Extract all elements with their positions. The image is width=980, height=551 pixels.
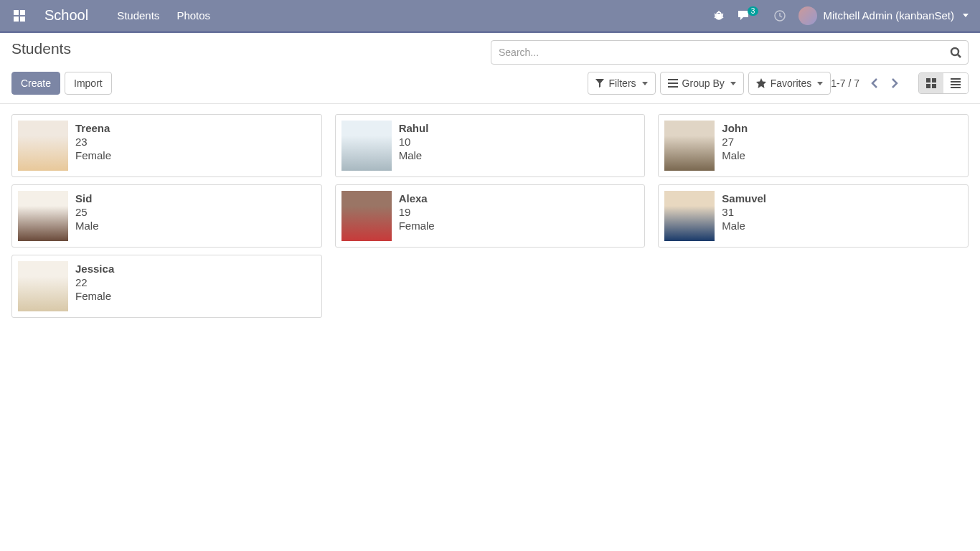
svg-rect-14	[951, 78, 961, 80]
student-gender: Male	[399, 149, 429, 161]
student-gender: Female	[75, 149, 111, 161]
student-name: Samuvel	[722, 192, 766, 204]
card-body: Treena 23 Female	[75, 121, 111, 171]
svg-rect-15	[951, 81, 961, 83]
filter-icon	[595, 79, 604, 88]
nav-right: 3 Mitchell Admin (kanbanSet)	[713, 6, 969, 25]
create-button[interactable]: Create	[11, 72, 60, 95]
student-photo	[18, 261, 68, 311]
kanban-column: John 27 Male Samuvel 31 Male	[658, 114, 969, 248]
student-photo	[341, 191, 392, 241]
groupby-dropdown[interactable]: Group By	[660, 72, 744, 95]
student-card[interactable]: Sid 25 Male	[11, 184, 322, 248]
student-card[interactable]: Samuvel 31 Male	[658, 184, 969, 248]
pager-text: 1-7 / 7	[831, 77, 859, 89]
student-photo	[18, 121, 68, 171]
control-panel: Students Create Import Filters Group By	[0, 33, 980, 104]
nav-link-students[interactable]: Students	[117, 9, 159, 22]
search-input[interactable]	[491, 40, 969, 65]
student-card[interactable]: Jessica 22 Female	[11, 255, 322, 318]
student-gender: Female	[75, 290, 114, 302]
student-gender: Male	[75, 220, 99, 232]
card-body: John 27 Male	[722, 121, 748, 171]
avatar	[798, 6, 817, 25]
student-name: John	[722, 122, 748, 134]
svg-point-6	[951, 48, 958, 55]
student-age: 31	[722, 206, 766, 218]
card-body: Sid 25 Male	[75, 191, 99, 241]
filters-label: Filters	[608, 77, 636, 89]
svg-rect-9	[668, 86, 678, 88]
search-icon[interactable]	[950, 47, 961, 58]
user-menu[interactable]: Mitchell Admin (kanbanSet)	[798, 6, 969, 25]
svg-rect-16	[951, 84, 961, 85]
card-body: Rahul 10 Male	[399, 121, 429, 171]
chevron-down-icon	[817, 82, 823, 85]
student-name: Alexa	[399, 192, 435, 204]
student-name: Rahul	[399, 122, 429, 134]
student-name: Sid	[75, 192, 99, 204]
import-button[interactable]: Import	[65, 72, 112, 95]
svg-rect-1	[20, 10, 25, 15]
apps-icon[interactable]	[11, 8, 27, 24]
svg-rect-12	[926, 84, 930, 88]
card-body: Jessica 22 Female	[75, 261, 114, 311]
search-container	[491, 40, 969, 65]
student-name: Treena	[75, 122, 111, 134]
card-body: Alexa 19 Female	[399, 191, 435, 241]
student-age: 19	[399, 206, 435, 218]
student-age: 10	[399, 136, 429, 148]
view-kanban[interactable]	[919, 73, 943, 93]
pager-prev[interactable]	[868, 75, 881, 91]
student-card[interactable]: Rahul 10 Male	[335, 114, 646, 177]
debug-icon[interactable]	[713, 10, 725, 22]
student-age: 25	[75, 206, 99, 218]
chevron-down-icon	[730, 82, 736, 85]
student-age: 23	[75, 136, 111, 148]
svg-point-4	[716, 14, 722, 19]
student-age: 22	[75, 276, 114, 288]
pager-next[interactable]	[888, 75, 901, 91]
chevron-down-icon	[642, 82, 648, 85]
svg-rect-17	[951, 87, 961, 88]
star-icon	[756, 78, 766, 88]
svg-rect-2	[14, 17, 19, 22]
student-photo	[18, 191, 68, 241]
navbar: School Students Photos 3 Mitchell Admin …	[0, 0, 980, 33]
activity-icon[interactable]	[774, 10, 786, 22]
svg-rect-11	[932, 78, 936, 83]
messages-badge: 3	[748, 6, 759, 16]
nav-link-photos[interactable]: Photos	[176, 9, 210, 22]
card-body: Samuvel 31 Male	[722, 191, 766, 241]
student-photo	[341, 121, 392, 171]
student-name: Jessica	[75, 263, 114, 275]
svg-rect-3	[20, 17, 25, 22]
nav-links: Students Photos	[117, 9, 713, 22]
filter-bar: Filters Group By Favorites	[588, 72, 831, 95]
action-buttons: Create Import	[11, 72, 588, 95]
view-list[interactable]	[943, 73, 968, 93]
chevron-down-icon	[963, 14, 969, 17]
student-card[interactable]: Treena 23 Female	[11, 114, 322, 177]
student-photo	[664, 121, 715, 171]
svg-rect-8	[668, 83, 678, 84]
list-icon	[668, 79, 678, 88]
user-name: Mitchell Admin (kanbanSet)	[823, 9, 954, 22]
student-gender: Male	[722, 149, 748, 161]
kanban-column: Treena 23 Female Sid 25 Male Jessica 22 …	[11, 114, 322, 318]
groupby-label: Group By	[682, 77, 725, 89]
messages-icon[interactable]: 3	[738, 10, 762, 22]
svg-rect-10	[926, 78, 930, 83]
brand-title[interactable]: School	[44, 7, 88, 24]
student-card[interactable]: John 27 Male	[658, 114, 969, 177]
kanban-column: Rahul 10 Male Alexa 19 Female	[335, 114, 646, 248]
svg-rect-13	[932, 84, 936, 88]
svg-rect-0	[14, 10, 19, 15]
student-gender: Female	[399, 220, 435, 232]
favorites-label: Favorites	[771, 77, 812, 89]
student-card[interactable]: Alexa 19 Female	[335, 184, 646, 248]
filters-dropdown[interactable]: Filters	[588, 72, 655, 95]
list-view-icon	[951, 78, 961, 88]
view-switcher	[918, 72, 969, 94]
favorites-dropdown[interactable]: Favorites	[748, 72, 831, 95]
